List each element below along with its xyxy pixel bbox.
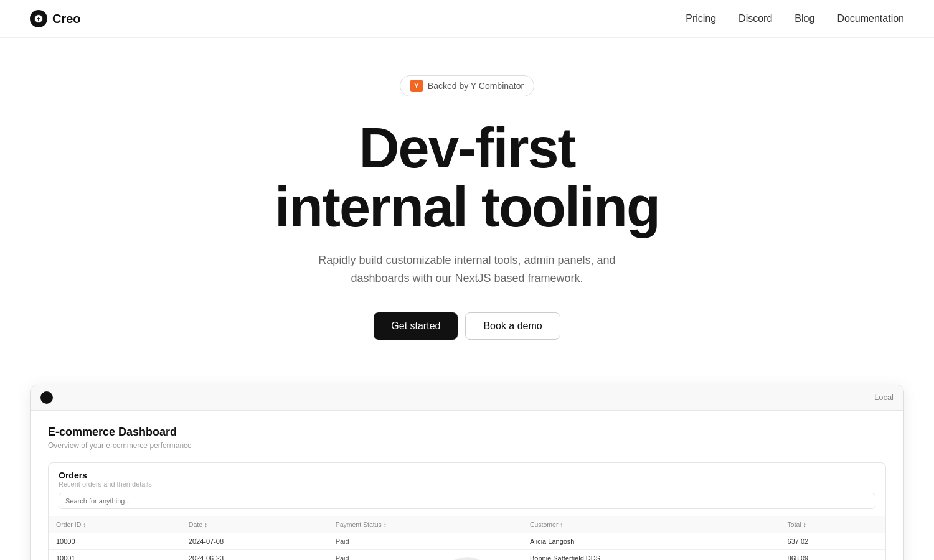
table-row[interactable]: 10001 2024-06-23 Paid Bonnie Satterfield… [49,549,885,560]
yc-logo-icon: Y [410,80,423,92]
nav-links: Pricing Discord Blog Documentation [686,13,904,24]
orders-section: Orders Recent orders and then details Or… [48,462,886,560]
col-customer: Customer ↑ [522,516,780,533]
cell-date: 2024-06-23 [181,549,328,560]
logo[interactable]: Creo [30,10,81,27]
col-order-id: Order ID ↕ [49,516,181,533]
table-header-row: Order ID ↕ Date ↕ Payment Status ↕ Custo… [49,516,885,533]
cell-total: 637.02 [780,533,885,549]
cell-total: 868.09 [780,549,885,560]
cell-status: Paid [328,533,522,549]
yc-badge-text: Backed by Y Combinator [428,81,524,91]
hero-title: Dev-first internal tooling [275,119,659,236]
orders-table-wrapper: Order ID ↕ Date ↕ Payment Status ↕ Custo… [49,516,885,560]
book-demo-button[interactable]: Book a demo [465,312,560,340]
orders-search[interactable] [59,493,875,509]
cell-customer: Alicia Langosh [522,533,780,549]
orders-desc: Recent orders and then details [59,480,875,488]
dashboard-subtitle: Overview of your e-commerce performance [48,441,886,450]
orders-table: Order ID ↕ Date ↕ Payment Status ↕ Custo… [49,516,885,560]
col-payment-status: Payment Status ↕ [328,516,522,533]
table-row[interactable]: 10000 2024-07-08 Paid Alicia Langosh 637… [49,533,885,549]
hero-section: Y Backed by Y Combinator Dev-first inter… [0,38,934,365]
navbar: Creo Pricing Discord Blog Documentation [0,0,934,38]
nav-blog[interactable]: Blog [795,13,814,24]
yc-badge: Y Backed by Y Combinator [400,75,534,96]
col-date: Date ↕ [181,516,328,533]
dashboard-title: E-commerce Dashboard [48,426,886,439]
hero-cta-group: Get started Book a demo [374,312,560,340]
logo-icon [30,10,47,27]
logo-label: Creo [52,12,81,26]
dashboard-preview: Local E-commerce Dashboard Overview of y… [30,385,904,560]
cell-customer: Bonnie Satterfield DDS [522,549,780,560]
preview-logo-icon [40,391,53,404]
hero-title-line1: Dev-first [359,117,575,179]
orders-header: Orders Recent orders and then details [49,463,885,516]
preview-body: E-commerce Dashboard Overview of your e-… [31,411,903,560]
nav-pricing[interactable]: Pricing [686,13,716,24]
cell-order-id: 10001 [49,549,181,560]
hero-subtitle: Rapidly build customizable internal tool… [299,251,635,287]
nav-documentation[interactable]: Documentation [837,13,904,24]
cell-order-id: 10000 [49,533,181,549]
cell-date: 2024-07-08 [181,533,328,549]
orders-title: Orders [59,470,875,480]
cell-status: Paid [328,549,522,560]
nav-discord[interactable]: Discord [738,13,772,24]
preview-env-label: Local [874,393,894,402]
col-total: Total ↕ [780,516,885,533]
get-started-button[interactable]: Get started [374,312,458,340]
hero-title-line2: internal tooling [275,176,659,238]
preview-topbar: Local [31,385,903,411]
